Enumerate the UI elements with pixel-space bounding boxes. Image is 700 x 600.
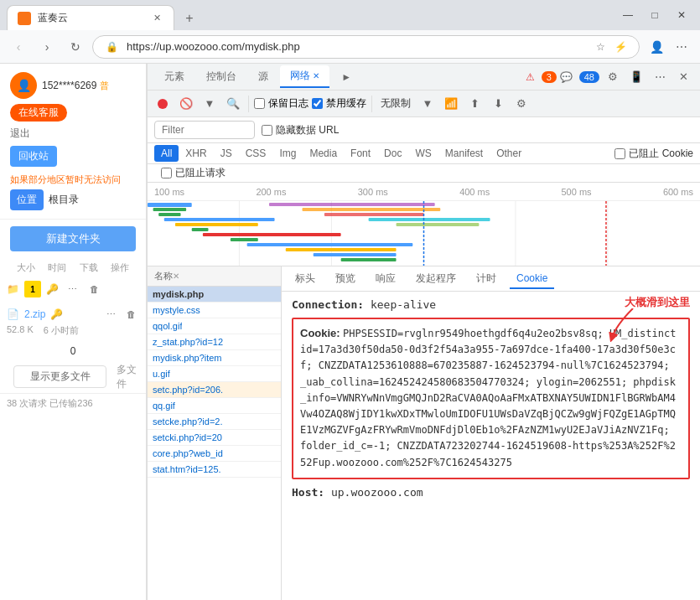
window-controls: — □ ✕	[616, 3, 693, 27]
active-tab[interactable]: 蓝奏云 ✕	[7, 5, 174, 30]
type-tab-xhr[interactable]: XHR	[179, 145, 213, 162]
maximize-button[interactable]: □	[643, 3, 666, 27]
address-bar[interactable]: 🔒 https://up.woozooo.com/mydisk.php ☆ ⚡	[92, 35, 640, 59]
tab-close-button[interactable]: ✕	[150, 12, 163, 25]
avatar: 👤	[10, 72, 37, 99]
zip-time: 6 小时前	[44, 324, 79, 337]
folder-delete-icon[interactable]: 🗑	[86, 281, 102, 297]
toolbar-settings-icon[interactable]: ⚙	[511, 94, 531, 114]
tab-sources[interactable]: 源	[248, 66, 278, 87]
profile-button[interactable]: 👤	[645, 35, 668, 59]
req-name-setcke: setcke.php?id=2.	[153, 416, 222, 427]
svg-rect-19	[324, 213, 424, 216]
request-item-setcke[interactable]: setcke.php?id=2.	[148, 414, 281, 430]
zip-item[interactable]: 📄 2.zip 🔑 ⋯ 🗑 52.8 K 6 小时前	[0, 301, 146, 342]
throttle-dropdown[interactable]: ▼	[417, 94, 438, 114]
device-icon[interactable]: 📱	[626, 67, 646, 87]
tab-console[interactable]: 控制台	[196, 66, 246, 87]
folder-more-icon[interactable]: ⋯	[64, 281, 80, 297]
main-content: 👤 152****6269 普 在线客服 退出 回收站 如果部分地区暂时无法访问…	[0, 64, 700, 600]
settings-icon[interactable]: ⚙	[603, 67, 623, 87]
download-icon[interactable]: ⬇	[488, 94, 508, 114]
request-item-mystyle[interactable]: mystyle.css	[148, 303, 281, 318]
preserve-log-label: 保留日志	[254, 96, 309, 111]
block-request-checkbox[interactable]	[161, 168, 172, 178]
list-close-icon[interactable]: ✕	[173, 272, 179, 281]
more-button[interactable]: ⋯	[670, 35, 693, 59]
svg-rect-9	[175, 223, 258, 226]
tick-600: 600 ms	[663, 187, 693, 197]
request-item-mydisk2[interactable]: mydisk.php?item	[148, 350, 281, 366]
size-label: 大小	[17, 261, 35, 274]
stop-button[interactable]: 🚫	[176, 94, 196, 114]
new-tab-button[interactable]: +	[178, 7, 201, 30]
detail-tab-cookie[interactable]: Cookie	[510, 269, 554, 289]
devtools-more-icon[interactable]: ⋯	[650, 67, 670, 87]
address-icons: ☆ ⚡	[592, 39, 629, 55]
details-tabs: 标头 预览 响应 发起程序 计时 Cookie	[282, 266, 700, 292]
zip-more-icon[interactable]: ⋯	[102, 306, 119, 323]
request-item-setcki[interactable]: setcki.php?id=20	[148, 430, 281, 446]
more-text: 多文件	[117, 363, 139, 391]
detail-tab-initiator[interactable]: 发起程序	[409, 268, 463, 289]
extension-icon[interactable]: ⚡	[612, 39, 629, 55]
root-dir-label: 根目录	[49, 193, 79, 207]
disable-cache-checkbox[interactable]	[312, 98, 323, 109]
filter-icon[interactable]: ▼	[200, 94, 220, 114]
tab-more[interactable]: ►	[331, 68, 361, 86]
hide-data-url-checkbox[interactable]	[262, 125, 272, 136]
recycle-button[interactable]: 回收站	[10, 146, 57, 167]
zip-delete-icon[interactable]: 🗑	[122, 306, 139, 323]
online-service-button[interactable]: 在线客服	[10, 104, 67, 122]
request-item-ugif[interactable]: u.gif	[148, 366, 281, 382]
forward-button[interactable]: ›	[35, 35, 59, 59]
minimize-button[interactable]: —	[616, 3, 640, 27]
star-icon[interactable]: ☆	[592, 39, 609, 55]
req-name-setcki: setcki.php?id=20	[153, 432, 222, 442]
type-tab-ws[interactable]: WS	[408, 145, 438, 162]
back-button[interactable]: ‹	[7, 35, 30, 59]
devtools-panel: 元素 控制台 源 网络 ✕ ► ⚠ 3 💬 48 ⚙ 📱 ⋯ ✕	[147, 64, 700, 600]
logout-button[interactable]: 退出	[10, 125, 136, 142]
filter-input[interactable]	[154, 121, 255, 139]
upload-icon[interactable]: ⬆	[464, 94, 485, 114]
request-item-core[interactable]: core.php?web_id	[148, 446, 281, 462]
type-tab-js[interactable]: JS	[214, 145, 239, 162]
type-tab-doc[interactable]: Doc	[377, 145, 408, 162]
record-button[interactable]	[153, 94, 173, 114]
close-button[interactable]: ✕	[670, 3, 693, 27]
type-tab-manifest[interactable]: Manifest	[438, 145, 490, 162]
search-icon[interactable]: 🔍	[223, 94, 243, 114]
request-item-setc[interactable]: setc.php?id=206.	[148, 382, 281, 398]
block-cookie-checkbox[interactable]	[614, 148, 625, 159]
request-item-mydisk[interactable]: mydisk.php	[148, 287, 281, 303]
detail-tab-response[interactable]: 响应	[369, 268, 402, 289]
type-tab-font[interactable]: Font	[344, 145, 377, 162]
folder-item[interactable]: 📁 1 🔑 ⋯ 🗑	[0, 277, 146, 301]
type-tab-all[interactable]: All	[154, 145, 179, 162]
preserve-log-checkbox[interactable]	[254, 98, 265, 109]
wifi-icon[interactable]: 📶	[441, 94, 461, 114]
detail-tab-preview[interactable]: 预览	[329, 268, 362, 289]
detail-tab-headers[interactable]: 标头	[288, 268, 322, 289]
message-icon: 💬	[560, 71, 573, 83]
request-item-qqgif[interactable]: qq.gif	[148, 398, 281, 414]
refresh-button[interactable]: ↻	[64, 35, 87, 59]
request-item-zstat[interactable]: z_stat.php?id=12	[148, 334, 281, 350]
type-tab-media[interactable]: Media	[303, 145, 344, 162]
nav-extra-buttons: 👤 ⋯	[645, 35, 693, 59]
request-item-qqol[interactable]: qqol.gif	[148, 318, 281, 334]
detail-tab-timing[interactable]: 计时	[469, 268, 503, 289]
new-folder-button[interactable]: 新建文件夹	[10, 226, 136, 251]
tab-network[interactable]: 网络 ✕	[280, 65, 329, 88]
request-item-stat[interactable]: stat.htm?id=125.	[148, 462, 281, 478]
type-tab-other[interactable]: Other	[490, 145, 528, 162]
type-tab-css[interactable]: CSS	[239, 145, 273, 162]
location-button[interactable]: 位置	[10, 189, 44, 210]
type-tab-img[interactable]: Img	[272, 145, 303, 162]
action-label: 操作	[111, 261, 129, 274]
block-cookie-label: 已阻止 Cookie	[614, 147, 693, 161]
devtools-close-icon[interactable]: ✕	[673, 67, 693, 87]
show-more-button[interactable]: 显示更多文件	[13, 365, 106, 388]
tab-elements[interactable]: 元素	[154, 66, 194, 87]
